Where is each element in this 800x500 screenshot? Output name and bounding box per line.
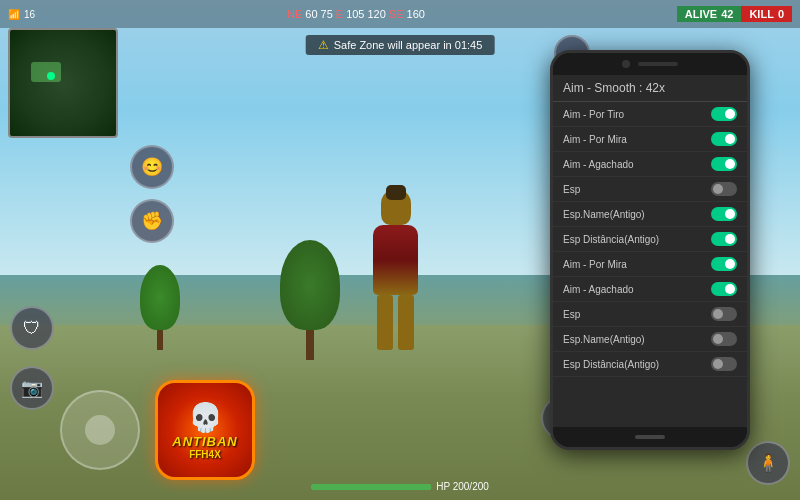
phone-top-bar [553, 53, 747, 75]
minimap-marker [31, 62, 61, 82]
cheat-label-9: Esp.Name(Antigo) [563, 334, 645, 345]
hp-bar-fill [311, 484, 431, 490]
phone-screen: Aim - Smooth : 42x Aim - Por Tiro Aim - … [553, 75, 747, 427]
cheat-item-2[interactable]: Aim - Agachado [553, 152, 747, 177]
phone-speaker [638, 62, 678, 66]
toggle-10[interactable] [711, 357, 737, 371]
minimap [8, 28, 118, 138]
character-leg-left [377, 295, 393, 350]
ffhax-text: FFH4X [189, 449, 221, 460]
safe-zone-text: Safe Zone will appear in 01:45 [334, 39, 483, 51]
toggle-6[interactable] [711, 257, 737, 271]
minimap-inner [10, 30, 116, 136]
cheat-label-7: Aim - Agachado [563, 284, 634, 295]
cheat-label-2: Aim - Agachado [563, 159, 634, 170]
cheat-label-5: Esp Distância(Antigo) [563, 234, 659, 245]
phone-device: Aim - Smooth : 42x Aim - Por Tiro Aim - … [550, 50, 750, 450]
cheat-item-7[interactable]: Aim - Agachado [553, 277, 747, 302]
smiley-button[interactable]: 😊 [130, 145, 174, 189]
character-leg-right [398, 295, 414, 350]
cheat-label-10: Esp Distância(Antigo) [563, 359, 659, 370]
hp-text: HP 200/200 [436, 481, 489, 492]
left-button-group: 😊 ✊ [130, 145, 174, 243]
cheat-label-1: Aim - Por Mira [563, 134, 627, 145]
cheat-label-3: Esp [563, 184, 580, 195]
compass-ne: NE [287, 8, 302, 20]
compass-105: 105 [346, 8, 364, 20]
compass-120: 120 [367, 8, 385, 20]
toggle-1[interactable] [711, 132, 737, 146]
cheat-label-8: Esp [563, 309, 580, 320]
cheat-label-4: Esp.Name(Antigo) [563, 209, 645, 220]
tree-far-left [140, 265, 180, 350]
cheat-label-0: Aim - Por Tiro [563, 109, 624, 120]
cheat-menu-header: Aim - Smooth : 42x [553, 75, 747, 102]
toggle-8[interactable] [711, 307, 737, 321]
cheat-item-0[interactable]: Aim - Por Tiro [553, 102, 747, 127]
kill-box: KILL 0 [741, 6, 792, 22]
toggle-0[interactable] [711, 107, 737, 121]
kill-count: 0 [778, 8, 784, 20]
cheat-item-9[interactable]: Esp.Name(Antigo) [553, 327, 747, 352]
compass-se: SE [389, 8, 404, 20]
hud-top-bar: 📶 16 NE 60 75 E 105 120 SE 160 ALIVE 42 … [0, 0, 800, 28]
game-background: 📶 16 NE 60 75 E 105 120 SE 160 ALIVE 42 … [0, 0, 800, 500]
joystick[interactable] [60, 390, 140, 470]
toggle-5[interactable] [711, 232, 737, 246]
alive-kill-display: ALIVE 42 KILL 0 [677, 6, 792, 22]
wifi-battery-area: 📶 16 [8, 9, 35, 20]
character-body [373, 225, 418, 295]
cheat-item-3[interactable]: Esp [553, 177, 747, 202]
alive-count: 42 [721, 8, 733, 20]
cheat-item-10[interactable]: Esp Distância(Antigo) [553, 352, 747, 377]
compass-60: 60 [305, 8, 317, 20]
fist-button-mid[interactable]: ✊ [130, 199, 174, 243]
hp-bar: HP 200/200 [311, 481, 489, 492]
cheat-item-6[interactable]: Aim - Por Mira [553, 252, 747, 277]
character-head [381, 190, 411, 225]
joystick-inner [85, 415, 115, 445]
hp-bar-track [311, 484, 431, 490]
alive-box: ALIVE 42 [677, 6, 742, 22]
run-icon: 🧍 [757, 452, 779, 474]
safe-zone-message: ⚠ Safe Zone will appear in 01:45 [306, 35, 495, 55]
toggle-9[interactable] [711, 332, 737, 346]
cheat-item-5[interactable]: Esp Distância(Antigo) [553, 227, 747, 252]
compass-75: 75 [321, 8, 333, 20]
phone-bottom-bar [553, 427, 747, 447]
wifi-icon: 📶 [8, 9, 20, 20]
shield-button[interactable]: 🛡 [10, 306, 54, 350]
compass-160: 160 [407, 8, 425, 20]
warning-icon: ⚠ [318, 38, 329, 52]
run-button[interactable]: 🧍 [746, 441, 790, 485]
character-legs [373, 295, 418, 350]
phone-home-indicator [635, 435, 665, 439]
antiban-brand: ANTIBAN [172, 434, 238, 449]
compass-e: E [336, 8, 343, 20]
left-controls: 😊 ✊ [130, 145, 174, 243]
antiban-logo: 💀 ANTIBAN FFH4X [155, 380, 255, 480]
cheat-label-6: Aim - Por Mira [563, 259, 627, 270]
cheat-item-1[interactable]: Aim - Por Mira [553, 127, 747, 152]
alive-label: ALIVE [685, 8, 717, 20]
toggle-4[interactable] [711, 207, 737, 221]
time-display: 16 [24, 9, 35, 20]
camera-button[interactable]: 📷 [10, 366, 54, 410]
compass: NE 60 75 E 105 120 SE 160 [287, 8, 425, 20]
cheat-item-4[interactable]: Esp.Name(Antigo) [553, 202, 747, 227]
cheat-item-8[interactable]: Esp [553, 302, 747, 327]
antiban-skull: 💀 [188, 401, 223, 434]
toggle-7[interactable] [711, 282, 737, 296]
tree-left-1 [280, 240, 340, 360]
phone-camera [622, 60, 630, 68]
character [373, 190, 418, 350]
kill-label: KILL [749, 8, 773, 20]
toggle-2[interactable] [711, 157, 737, 171]
toggle-3[interactable] [711, 182, 737, 196]
